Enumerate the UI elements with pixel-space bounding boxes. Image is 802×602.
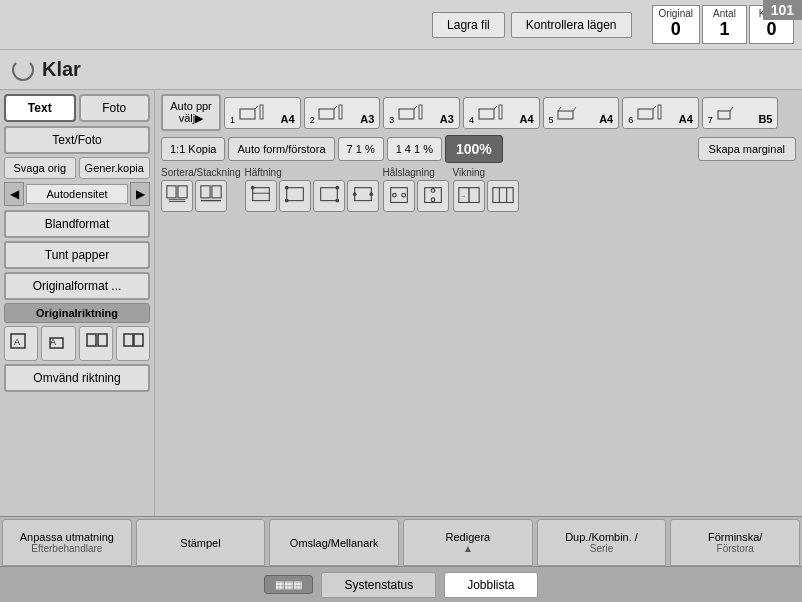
pct-100: 100% [445,135,503,163]
svg-point-51 [431,189,435,193]
svg-rect-35 [252,188,269,201]
tray-5-button[interactable]: 5 A4 [543,97,620,129]
haftning-btn-1[interactable] [245,180,277,212]
redigera-button[interactable]: Redigera ▲ [403,519,533,566]
svg-line-12 [334,106,337,109]
vikning-btn-1[interactable]: → [453,180,485,212]
omslag-button[interactable]: Omslag/Mellanark [269,519,399,566]
svg-point-43 [335,199,339,203]
svg-text:A: A [14,337,20,347]
auto-form-button[interactable]: Auto form/förstora [228,137,334,161]
tray-1-button[interactable]: 1 A4 [224,97,301,129]
svg-text:A: A [50,337,56,347]
svg-point-52 [431,198,435,202]
svg-rect-47 [390,188,407,203]
pct-71: 7 1 % [338,137,384,161]
svg-rect-50 [424,188,441,203]
omvand-riktning-button[interactable]: Omvänd riktning [4,364,150,392]
tab-text-photo[interactable]: Text/Foto [4,126,150,154]
bottom-toolbar: Anpassa utmatning Efterbehandlare Stämpe… [0,516,802,566]
page-number: 101 [763,0,802,20]
sortera-btn-1[interactable] [161,180,193,212]
status-text: Klar [42,58,81,81]
haftning-group: Häftning [245,167,379,212]
finishing-row: Sortera/Stackning [161,167,796,212]
originalformat-button[interactable]: Originalformat ... [4,272,150,300]
orientation-c-button[interactable] [79,326,113,361]
forminska-button[interactable]: Förminska/ Förstora [670,519,800,566]
svg-point-39 [284,186,288,190]
stampel-button[interactable]: Stämpel [136,519,266,566]
tray-3-button[interactable]: 3 A3 [383,97,460,129]
top-buttons: Lagra fil Kontrollera lägen [432,12,631,38]
svg-line-18 [494,106,497,109]
left-sidebar: Text Foto Text/Foto Svaga orig Gener.kop… [0,90,155,516]
density-right-arrow[interactable]: ▶ [130,182,150,206]
vikning-btn-2[interactable] [487,180,519,212]
orientation-a-button[interactable]: A [4,326,38,361]
svg-rect-41 [320,188,337,201]
footer: ▦▦▦ Systenstatus Jobblista [0,566,802,602]
svg-rect-28 [167,186,176,198]
redigera-arrow-icon: ▲ [463,543,473,554]
svg-rect-25 [658,105,661,119]
haftning-btn-2[interactable] [279,180,311,212]
sortera-btn-2[interactable] [195,180,227,212]
tray-6-button[interactable]: 6 A4 [622,97,699,129]
status-bar: Klar [0,50,802,90]
svaga-orig-button[interactable]: Svaga orig [4,157,76,179]
tunt-papper-button[interactable]: Tunt papper [4,241,150,269]
save-file-button[interactable]: Lagra fil [432,12,505,38]
svg-rect-17 [479,109,494,119]
svg-rect-19 [499,105,502,119]
svg-point-40 [284,199,288,203]
orientation-buttons: A A [4,326,150,361]
copy-settings-row: 1:1 Kopia Auto form/förstora 7 1 % 1 4 1… [161,135,796,163]
haftning-btn-4[interactable] [347,180,379,212]
haftning-btn-3[interactable] [313,180,345,212]
svg-point-49 [401,193,405,197]
blandformat-button[interactable]: Blandformat [4,210,150,238]
margin-button[interactable]: Skapa marginal [698,137,796,161]
halslagning-btn-1[interactable] [383,180,415,212]
svg-rect-23 [638,109,653,119]
svg-rect-13 [339,105,342,119]
tray-7-button[interactable]: 7 B5 [702,97,779,129]
svg-rect-5 [98,334,107,346]
density-label: Autodensitet [26,184,128,204]
original-counter: Original 0 [652,5,700,44]
dup-kombin-button[interactable]: Dup./Kombin. / Serie [537,519,667,566]
tray-4-button[interactable]: 4 A4 [463,97,540,129]
svg-line-24 [653,106,656,109]
tray-2-button[interactable]: 2 A3 [304,97,381,129]
svg-rect-44 [354,188,371,201]
svg-rect-29 [178,186,187,198]
tab-text[interactable]: Text [4,94,76,122]
density-left-arrow[interactable]: ◀ [4,182,24,206]
svg-rect-20 [558,111,573,119]
svg-line-15 [414,106,417,109]
svg-rect-4 [87,334,96,346]
systenstatus-tab[interactable]: Systenstatus [321,572,436,598]
anpassa-button[interactable]: Anpassa utmatning Efterbehandlare [2,519,132,566]
svg-point-45 [352,192,356,196]
svg-rect-10 [260,105,263,119]
svg-text:→: → [459,192,465,199]
check-modes-button[interactable]: Kontrollera lägen [511,12,632,38]
svg-line-22 [573,107,576,111]
svg-point-48 [392,193,396,197]
orientation-d-button[interactable] [116,326,150,361]
halslagning-btn-2[interactable] [417,180,449,212]
pct-141: 1 4 1 % [387,137,442,161]
gener-kopia-button[interactable]: Gener.kopia [79,157,151,179]
auto-paper-button[interactable]: Auto ppr välj▶ [161,94,221,131]
content-area [161,216,796,336]
density-row: ◀ Autodensitet ▶ [4,182,150,206]
orientation-b-button[interactable]: A [41,326,75,361]
svg-rect-14 [399,109,414,119]
svg-point-42 [335,186,339,190]
jobblista-tab[interactable]: Jobblista [444,572,537,598]
tab-photo[interactable]: Foto [79,94,151,122]
copy-ratio-button[interactable]: 1:1 Kopia [161,137,225,161]
paper-tray-row: Auto ppr välj▶ 1 A4 2 A3 [161,94,796,131]
